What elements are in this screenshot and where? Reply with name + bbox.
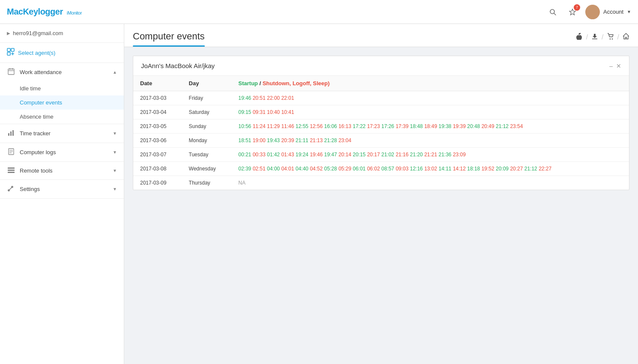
card-close-button[interactable]: ✕: [616, 63, 621, 69]
table-header-row: Date Day Startup / Shutdown, Logoff, Sle…: [133, 76, 629, 91]
remote-tools-label: Remote tools: [20, 167, 108, 174]
sidebar-user-email: herro91@gmail.com: [13, 30, 63, 36]
time-token: 21:20: [410, 152, 423, 158]
cell-events: 19:46 20:51 22:00 22:01: [231, 91, 629, 105]
time-token: 04:40: [296, 166, 309, 172]
time-token: 11:46: [281, 123, 294, 129]
time-token: 21:11: [296, 137, 309, 143]
svg-rect-22: [8, 170, 15, 171]
list-icon: [7, 167, 15, 174]
time-token: 18:51: [238, 137, 251, 143]
download-icon[interactable]: [591, 33, 598, 42]
page-title-wrap: Computer events: [133, 24, 205, 47]
header-icons: / / /: [576, 33, 629, 47]
nav-section-computer-logs: Computer logs ▼: [0, 143, 124, 162]
time-token: 04:52: [310, 166, 323, 172]
card-minimize-button[interactable]: –: [609, 63, 613, 69]
time-token: 06:02: [367, 166, 380, 172]
body-wrap: ▶ herro91@gmail.com Select agent(s): [0, 24, 638, 364]
cell-date: 2017-03-06: [133, 134, 182, 148]
col-day: Day: [182, 76, 232, 91]
time-tracker-expand-icon: ▼: [113, 131, 117, 136]
sidebar-item-remote-tools[interactable]: Remote tools ▼: [0, 162, 124, 179]
time-token: 20:48: [467, 123, 480, 129]
time-token: 12:16: [410, 166, 423, 172]
table-row: 2017-03-03Friday19:46 20:51 22:00 22:01: [133, 91, 629, 105]
time-token: 00:33: [253, 152, 266, 158]
svg-point-25: [609, 39, 611, 40]
time-token: 22:00: [267, 95, 280, 101]
sidebar-item-idle-time[interactable]: Idle time: [0, 81, 124, 95]
header-sep-2: /: [602, 33, 603, 41]
search-button[interactable]: [546, 5, 560, 19]
work-attendance-label: Work attendance: [20, 69, 108, 75]
time-token: 17:22: [353, 123, 365, 129]
time-token: 09:03: [395, 166, 408, 172]
time-token: NA: [238, 180, 246, 186]
account-chevron-icon: ▼: [627, 9, 631, 14]
table-row: 2017-03-06Monday18:51 19:00 19:43 20:39 …: [133, 134, 629, 148]
time-token: 19:47: [324, 152, 337, 158]
time-token: 20:15: [353, 152, 365, 158]
sidebar-item-absence-time[interactable]: Absence time: [0, 110, 124, 124]
sidebar-item-time-tracker[interactable]: Time tracker ▼: [0, 124, 124, 143]
apple-icon[interactable]: [576, 33, 583, 42]
col-header-slash: /: [259, 80, 262, 87]
sidebar-item-computer-events[interactable]: Computer events: [0, 95, 124, 110]
time-token: 05:29: [338, 166, 351, 172]
cell-day: Friday: [182, 91, 232, 105]
time-tracker-label: Time tracker: [20, 130, 108, 137]
computer-logs-label: Computer logs: [20, 149, 108, 155]
sidebar: ▶ herro91@gmail.com Select agent(s): [0, 24, 124, 364]
col-events: Startup / Shutdown, Logoff, Sleep): [231, 76, 629, 91]
time-token: 21:13: [310, 137, 323, 143]
title-underline: [133, 45, 205, 47]
cart-icon[interactable]: [607, 33, 614, 42]
time-token: 08:57: [381, 166, 394, 172]
calendar-icon: [7, 68, 15, 76]
favorites-button[interactable]: 7: [566, 5, 579, 19]
time-token: 19:46: [310, 152, 323, 158]
time-token: 20:17: [367, 152, 380, 158]
svg-point-3: [587, 14, 598, 19]
svg-point-4: [590, 7, 596, 13]
time-token: 19:46: [238, 95, 251, 101]
time-token: 02:39: [238, 166, 251, 172]
sidebar-user[interactable]: ▶ herro91@gmail.com: [0, 24, 124, 43]
svg-rect-15: [10, 131, 12, 136]
page-body: JoAnn's MacBook Air/jkay – ✕ Date Day St…: [124, 47, 638, 364]
avatar: [585, 5, 600, 19]
sidebar-item-settings[interactable]: Settings ▼: [0, 180, 124, 198]
avatar-icon: [585, 5, 600, 19]
cell-date: 2017-03-03: [133, 91, 182, 105]
time-token: 20:09: [496, 166, 509, 172]
home-icon[interactable]: [623, 33, 629, 42]
svg-line-1: [554, 13, 556, 15]
account-menu[interactable]: Account ▼: [585, 5, 631, 19]
sidebar-item-computer-logs[interactable]: Computer logs ▼: [0, 143, 124, 161]
agents-icon: [7, 48, 15, 57]
search-icon: [549, 9, 556, 15]
time-token: 12:55: [296, 123, 309, 129]
card-title: JoAnn's MacBook Air/jkay: [141, 62, 215, 69]
header-sep-1: /: [586, 33, 588, 41]
wrench-icon: [7, 185, 15, 193]
time-token: 05:28: [324, 166, 337, 172]
select-agents-button[interactable]: Select agent(s): [0, 43, 124, 63]
nav-right: 7 Account ▼: [546, 5, 631, 19]
time-token: 20:14: [338, 152, 351, 158]
cell-events: 02:39 02:51 04:00 04:01 04:40 04:52 05:2…: [231, 162, 629, 176]
sidebar-item-work-attendance[interactable]: Work attendance ▲: [0, 63, 124, 81]
time-token: 04:01: [281, 166, 294, 172]
logo-mac: Mac: [7, 7, 23, 16]
cell-day: Tuesday: [182, 148, 232, 162]
time-token: 10:40: [267, 109, 280, 115]
svg-rect-16: [12, 130, 14, 136]
time-token: 23:09: [453, 152, 466, 158]
svg-rect-24: [592, 39, 597, 39]
cell-events: 10:56 11:24 11:29 11:46 12:55 12:56 16:0…: [231, 119, 629, 134]
time-token: 21:12: [496, 123, 509, 129]
cell-date: 2017-03-07: [133, 148, 182, 162]
time-token: 10:56: [238, 123, 251, 129]
time-token: 18:49: [424, 123, 437, 129]
